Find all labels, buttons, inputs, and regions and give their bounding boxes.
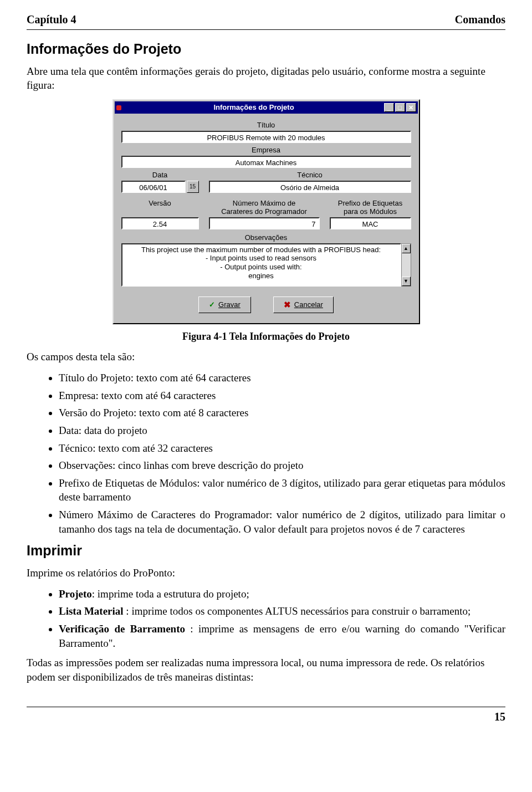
x-icon: ✖ bbox=[284, 299, 291, 310]
input-titulo[interactable]: PROFIBUS Remote with 20 modules bbox=[121, 131, 411, 143]
figure-window: Informações do Projeto _ □ ✕ Título PROF… bbox=[27, 99, 505, 324]
figure-caption: Figura 4-1 Tela Informações do Projeto bbox=[27, 330, 505, 343]
label-prefixo: Prefixo de Etiquetas para os Módulos bbox=[330, 200, 411, 216]
minimize-button[interactable]: _ bbox=[384, 103, 394, 112]
label-data: Data bbox=[121, 171, 199, 180]
input-empresa[interactable]: Automax Machines bbox=[121, 156, 411, 168]
input-versao[interactable]: 2.54 bbox=[121, 217, 199, 229]
cancelar-label: Cancelar bbox=[294, 300, 323, 309]
list-item: Lista Material : imprime todos os compon… bbox=[59, 604, 505, 619]
fields-intro: Os campos desta tela são: bbox=[27, 350, 505, 364]
scroll-up-icon[interactable]: ▲ bbox=[402, 244, 411, 253]
gravar-label: Gravar bbox=[218, 300, 241, 309]
input-data[interactable]: 06/06/01 bbox=[121, 181, 186, 193]
page-header: Capítulo 4 Comandos bbox=[27, 12, 505, 30]
label-tecnico: Técnico bbox=[209, 171, 411, 180]
list-item: Verificação de Barramento : imprime as m… bbox=[59, 622, 505, 650]
page-footer: 15 bbox=[27, 707, 505, 724]
list-item: Projeto: imprime toda a estrutura do pro… bbox=[59, 587, 505, 601]
window-titlebar[interactable]: Informações do Projeto _ □ ✕ bbox=[115, 101, 418, 114]
chapter-section: Comandos bbox=[455, 12, 505, 27]
imprimir-outro: Todas as impressões podem ser realizadas… bbox=[27, 656, 505, 684]
list-item: Título do Projeto: texto com até 64 cara… bbox=[59, 371, 505, 385]
chapter-label: Capítulo 4 bbox=[27, 12, 76, 27]
list-item: Observações: cinco linhas com breve desc… bbox=[59, 458, 505, 473]
window-icon bbox=[116, 105, 121, 110]
list-item: Empresa: texto com até 64 caracteres bbox=[59, 389, 505, 403]
gravar-button[interactable]: ✓ Gravar bbox=[198, 297, 251, 313]
list-item: Número Máximo de Caracteres do Programad… bbox=[59, 508, 505, 536]
checkmark-icon: ✓ bbox=[209, 300, 215, 310]
page-number: 15 bbox=[494, 711, 505, 723]
maximize-button[interactable]: □ bbox=[395, 103, 405, 112]
list-item: Versão do Projeto: texto com até 8 carac… bbox=[59, 406, 505, 420]
label-empresa: Empresa bbox=[121, 146, 411, 155]
list-item: Data: data do projeto bbox=[59, 423, 505, 438]
scrollbar-observ[interactable]: ▲ ▼ bbox=[401, 243, 411, 287]
field-bullets: Título do Projeto: texto com até 64 cara… bbox=[27, 371, 505, 536]
label-observ: Observações bbox=[121, 234, 411, 242]
list-item: Prefixo de Etiquetas de Módulos: valor n… bbox=[59, 476, 505, 504]
section-title-info: Informações do Projeto bbox=[27, 40, 505, 59]
intro-paragraph-1: Abre uma tela que contêm informações ger… bbox=[27, 64, 505, 93]
input-numcar[interactable]: 7 bbox=[209, 217, 320, 229]
date-picker-button[interactable]: 15 bbox=[187, 181, 199, 193]
scroll-down-icon[interactable]: ▼ bbox=[402, 277, 411, 286]
input-tecnico[interactable]: Osório de Almeida bbox=[209, 181, 411, 193]
label-versao: Versão bbox=[121, 200, 199, 216]
imprimir-bullets: Projeto: imprime toda a estrutura do pro… bbox=[27, 587, 505, 651]
window-title: Informações do Projeto bbox=[124, 103, 384, 113]
list-item: Técnico: texto com até 32 caracteres bbox=[59, 441, 505, 456]
label-numcar: Número Máximo de Carateres do Programado… bbox=[209, 200, 320, 216]
cancelar-button[interactable]: ✖ Cancelar bbox=[273, 297, 334, 313]
label-titulo: Título bbox=[121, 121, 411, 130]
section-title-imprimir: Imprimir bbox=[27, 541, 505, 560]
textarea-observ[interactable]: This project use the maximum number of m… bbox=[121, 243, 401, 287]
imprimir-intro: Imprime os relatórios do ProPonto: bbox=[27, 566, 505, 580]
input-prefixo[interactable]: MAC bbox=[330, 217, 411, 229]
close-button[interactable]: ✕ bbox=[406, 103, 416, 112]
